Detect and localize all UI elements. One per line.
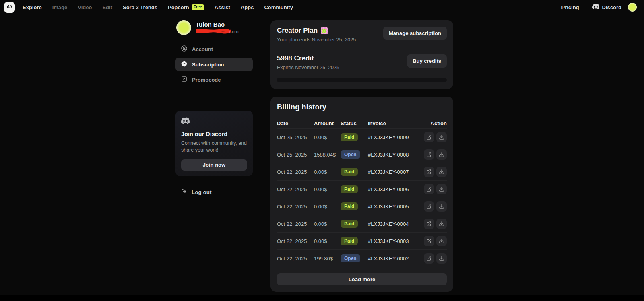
sidebar-item-account[interactable]: Account bbox=[175, 41, 253, 57]
nav-item-pricing[interactable]: Pricing bbox=[561, 4, 579, 10]
column-header-status: Status bbox=[341, 120, 368, 126]
nav-item-video[interactable]: Video bbox=[72, 4, 97, 10]
card-divider bbox=[277, 49, 447, 49]
profile-avatar bbox=[176, 20, 191, 35]
nav-item-explore[interactable]: Explore bbox=[17, 4, 47, 10]
account-sidebar: Tuion Bao com bbox=[175, 20, 253, 196]
invoice-status-cell: Paid bbox=[341, 220, 368, 228]
invoice-status-cell: Paid bbox=[341, 133, 368, 141]
nav-discord-link[interactable]: Discord bbox=[592, 3, 621, 11]
download-invoice-button[interactable] bbox=[436, 219, 447, 229]
download-invoice-button[interactable] bbox=[436, 149, 447, 160]
download-icon bbox=[439, 186, 444, 192]
logout-label: Log out bbox=[192, 189, 211, 195]
logout-button[interactable]: Log out bbox=[175, 188, 253, 196]
sidebar-menu: Account Subscription Promocode bbox=[175, 41, 253, 87]
user-avatar[interactable] bbox=[628, 3, 637, 12]
external-link-icon bbox=[426, 169, 432, 175]
external-link-icon bbox=[426, 134, 432, 140]
app-logo[interactable] bbox=[4, 2, 15, 13]
external-link-icon bbox=[426, 238, 432, 244]
nav-item-edit[interactable]: Edit bbox=[97, 4, 118, 10]
user-circle-icon bbox=[181, 45, 188, 53]
invoice-amount: 199.80$ bbox=[314, 256, 341, 262]
row-actions bbox=[423, 167, 447, 177]
open-invoice-button[interactable] bbox=[424, 167, 434, 177]
sidebar-item-label: Promocode bbox=[192, 77, 221, 83]
invoice-status-cell: Paid bbox=[341, 237, 368, 245]
download-invoice-button[interactable] bbox=[436, 253, 447, 264]
row-actions bbox=[423, 253, 447, 264]
credit-expires-text: Expires November 25, 2025 bbox=[277, 65, 339, 70]
download-invoice-button[interactable] bbox=[436, 236, 447, 246]
table-row: Oct 22, 2025 199.80$ Open #LXJ3JKEY-0002 bbox=[277, 249, 447, 267]
open-invoice-button[interactable] bbox=[424, 236, 434, 246]
open-invoice-button[interactable] bbox=[424, 253, 434, 264]
sidebar-item-label: Account bbox=[192, 46, 213, 52]
nav-item-popcorn[interactable]: Popcorn Free bbox=[163, 4, 209, 10]
row-actions bbox=[423, 236, 447, 246]
open-invoice-button[interactable] bbox=[424, 184, 434, 194]
download-invoice-button[interactable] bbox=[436, 184, 447, 194]
invoice-number: #LXJ3JKEY-0002 bbox=[368, 256, 423, 262]
table-row: Oct 25, 2025 1588.04$ Open #LXJ3JKEY-000… bbox=[277, 146, 447, 163]
nav-item-apps[interactable]: Apps bbox=[235, 4, 259, 10]
invoice-number: #LXJ3JKEY-0003 bbox=[368, 238, 423, 244]
open-invoice-button[interactable] bbox=[424, 132, 434, 142]
plan-title: Creator Plan bbox=[277, 27, 318, 35]
open-invoice-button[interactable] bbox=[424, 149, 434, 160]
download-icon bbox=[439, 204, 444, 209]
buy-credits-button[interactable]: Buy credits bbox=[407, 54, 447, 68]
download-invoice-button[interactable] bbox=[436, 167, 447, 177]
status-badge: Paid bbox=[341, 237, 358, 245]
column-header-date: Date bbox=[277, 120, 314, 126]
download-icon bbox=[439, 134, 444, 140]
row-actions bbox=[423, 184, 447, 194]
invoice-amount: 0.00$ bbox=[314, 238, 341, 244]
open-invoice-button[interactable] bbox=[424, 201, 434, 212]
manage-subscription-button[interactable]: Manage subscription bbox=[383, 27, 447, 40]
credit-progress-bar bbox=[277, 78, 447, 82]
sidebar-item-promocode[interactable]: Promocode bbox=[175, 72, 253, 87]
sidebar-item-subscription[interactable]: Subscription bbox=[175, 58, 253, 71]
join-discord-button[interactable]: Join now bbox=[181, 159, 247, 171]
table-row: Oct 25, 2025 0.00$ Paid #LXJ3JKEY-0009 bbox=[277, 128, 447, 146]
badge-check-icon bbox=[181, 60, 188, 68]
external-link-icon bbox=[426, 152, 432, 157]
nav-discord-label: Discord bbox=[602, 4, 621, 10]
invoice-number: #LXJ3JKEY-0005 bbox=[368, 204, 423, 210]
plan-card: Creator Plan Your plan ends November 25,… bbox=[270, 20, 453, 89]
table-row: Oct 22, 2025 0.00$ Paid #LXJ3JKEY-0003 bbox=[277, 232, 447, 249]
download-invoice-button[interactable] bbox=[436, 201, 447, 212]
table-row: Oct 22, 2025 0.00$ Paid #LXJ3JKEY-0007 bbox=[277, 163, 447, 180]
profile-summary: Tuion Bao com bbox=[175, 20, 253, 35]
table-row: Oct 22, 2025 0.00$ Paid #LXJ3JKEY-0005 bbox=[277, 198, 447, 215]
download-icon bbox=[439, 238, 444, 244]
column-header-invoice: Invoice bbox=[368, 120, 423, 126]
nav-item-image[interactable]: Image bbox=[47, 4, 73, 10]
invoice-amount: 0.00$ bbox=[314, 134, 341, 140]
nav-item-sora-2-trends[interactable]: Sora 2 Trends bbox=[118, 4, 163, 10]
discord-icon bbox=[181, 119, 190, 126]
status-badge: Paid bbox=[341, 202, 358, 210]
invoice-status-cell: Paid bbox=[341, 202, 368, 210]
discord-card-title: Join our Discord bbox=[181, 131, 247, 137]
nav-item-community[interactable]: Community bbox=[259, 4, 298, 10]
nav-item-assist[interactable]: Assist bbox=[209, 4, 235, 10]
invoice-date: Oct 22, 2025 bbox=[277, 221, 314, 227]
email-redaction-scribble bbox=[196, 28, 231, 35]
status-badge: Paid bbox=[341, 185, 358, 193]
open-invoice-button[interactable] bbox=[424, 219, 434, 229]
profile-email-redacted: com bbox=[196, 29, 239, 34]
download-invoice-button[interactable] bbox=[436, 132, 447, 142]
status-badge: Open bbox=[341, 150, 360, 159]
invoice-status-cell: Paid bbox=[341, 185, 368, 193]
external-link-icon bbox=[426, 256, 432, 261]
load-more-button[interactable]: Load more bbox=[277, 273, 447, 285]
billing-history-title: Billing history bbox=[277, 103, 447, 111]
email-visible-tail: com bbox=[229, 29, 239, 35]
top-navbar: Explore Image Video Edit Sora 2 Trends P… bbox=[0, 0, 644, 14]
sidebar-item-label: Subscription bbox=[192, 62, 224, 68]
status-badge: Paid bbox=[341, 133, 358, 141]
plan-ends-text: Your plan ends November 25, 2025 bbox=[277, 37, 356, 43]
